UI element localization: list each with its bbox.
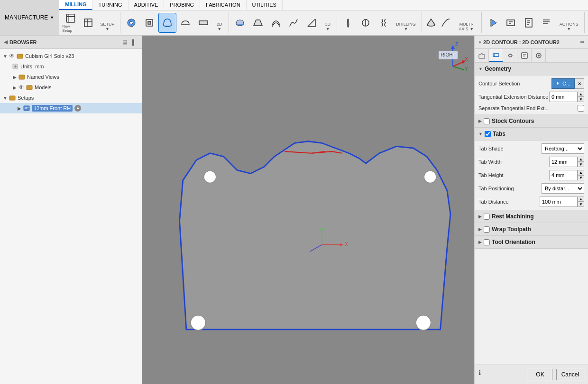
- 2d-adaptive-icon[interactable]: [122, 13, 140, 33]
- svg-point-39: [191, 315, 205, 330]
- tree-item-12mm[interactable]: ▶ 12mm Front RH ●: [0, 103, 142, 113]
- tangential-ext-up[interactable]: ▲: [578, 92, 584, 97]
- simulate-icon[interactable]: [484, 13, 502, 33]
- tab-width-up[interactable]: ▲: [578, 157, 584, 162]
- panel-tab-tool[interactable]: [475, 49, 489, 62]
- separate-tangential-control: [578, 105, 584, 112]
- svg-line-30: [453, 62, 464, 66]
- face-icon[interactable]: [194, 13, 212, 33]
- wrap-toolpath-header[interactable]: ▶ Wrap Toolpath: [475, 223, 588, 236]
- tab-fabrication[interactable]: FABRICATION: [200, 0, 247, 10]
- tree-arrow-12mm[interactable]: ▶: [16, 105, 23, 112]
- manufacture-button[interactable]: MANUFACTURE ▼: [0, 0, 59, 35]
- tab-additive[interactable]: ADDITIVE: [129, 0, 165, 10]
- tangential-ext-input[interactable]: [549, 92, 578, 102]
- separate-tangential-checkbox[interactable]: [578, 105, 584, 112]
- right-panel: ● 2D CONTOUR : 2D CONTOUR2 ⇔: [474, 36, 588, 384]
- tab-distance-down[interactable]: ▼: [578, 202, 584, 207]
- tree-item-units[interactable]: Units: mm: [0, 61, 142, 72]
- tab-positioning-select[interactable]: By distar...: [542, 183, 584, 194]
- tab-height-input[interactable]: [549, 170, 578, 180]
- tabs-section-checkbox[interactable]: [485, 131, 491, 137]
- canvas-area[interactable]: Z X Y RIGHT: [142, 36, 474, 384]
- tab-shape-select[interactable]: Rectang...: [542, 143, 584, 154]
- tab-height-up[interactable]: ▲: [578, 170, 584, 175]
- stock-contours-checkbox[interactable]: [484, 118, 490, 124]
- 2d-contour-icon[interactable]: [158, 13, 176, 33]
- tab-distance-control: ▲ ▼: [540, 197, 584, 207]
- tab-utilities[interactable]: UTILITIES: [247, 0, 283, 10]
- cancel-button[interactable]: Cancel: [556, 369, 584, 380]
- template-icon[interactable]: [80, 13, 97, 33]
- drilling-group: DRILLING ▼: [337, 12, 422, 33]
- svg-rect-25: [9, 96, 15, 100]
- rest-machining-checkbox[interactable]: [484, 214, 490, 220]
- new-setup-icon[interactable]: New Setup: [62, 13, 79, 33]
- tree-eye-models[interactable]: 👁: [18, 84, 25, 91]
- browser-expand-icon[interactable]: ▤: [121, 38, 129, 46]
- contour-clear-button[interactable]: ✕: [575, 78, 584, 89]
- tab-shape-label: Tab Shape: [478, 146, 542, 151]
- tab-probing[interactable]: PROBING: [164, 0, 200, 10]
- tree-arrow-root[interactable]: ▼: [2, 53, 9, 59]
- tree-arrow-setups[interactable]: ▼: [2, 94, 9, 101]
- tree-item-setups[interactable]: ▼ Setups: [0, 93, 142, 103]
- tab-height-down[interactable]: ▼: [578, 175, 584, 180]
- 2d-pocket-icon[interactable]: [140, 13, 158, 33]
- parallel-icon[interactable]: [267, 13, 285, 33]
- contour3d-icon[interactable]: [285, 13, 303, 33]
- 5axis-icon[interactable]: [424, 13, 439, 33]
- tree-arrow-named-views[interactable]: ▶: [11, 74, 18, 80]
- right-panel-expand-icon[interactable]: ⇔: [580, 39, 584, 45]
- tabs-section-header[interactable]: ▼ Tabs: [475, 128, 588, 140]
- tree-eye-root[interactable]: 👁: [9, 53, 15, 59]
- rest-machining-header[interactable]: ▶ Rest Machining: [475, 210, 588, 223]
- setup-group: New Setup SETUP ▼: [60, 12, 120, 33]
- tool-orientation-checkbox[interactable]: [484, 239, 490, 245]
- wrap-toolpath-arrow: ▶: [478, 227, 482, 232]
- thread-icon[interactable]: [375, 13, 392, 33]
- 3d-adaptive-icon[interactable]: [231, 13, 249, 33]
- tabs-arrow: ▼: [478, 131, 483, 136]
- panel-tab-setup[interactable]: [517, 49, 532, 62]
- browser-close-icon[interactable]: ▌: [130, 38, 138, 46]
- setup-sheet-icon[interactable]: [520, 13, 538, 33]
- tab-turning[interactable]: TURNING: [92, 0, 128, 10]
- tree-item-root[interactable]: ▼ 👁 Cubism Girl Solo v23: [0, 51, 142, 61]
- post-icon[interactable]: [502, 13, 520, 33]
- wrap-toolpath-checkbox[interactable]: [484, 226, 490, 233]
- tab-width-input[interactable]: [549, 157, 578, 167]
- manage-group: MANAGE ▼: [585, 12, 588, 33]
- geometry-section-header[interactable]: ▼ Geometry: [475, 63, 588, 75]
- tree-item-models[interactable]: ▶ 👁 Models: [0, 82, 142, 93]
- nc-icon[interactable]: [538, 13, 556, 33]
- ok-button[interactable]: OK: [528, 369, 552, 380]
- ramp-icon[interactable]: [303, 13, 321, 33]
- svg-rect-4: [148, 21, 151, 24]
- info-icon[interactable]: ℹ: [478, 369, 481, 380]
- bore-icon[interactable]: [357, 13, 375, 33]
- contour-select-button[interactable]: C...: [551, 78, 575, 89]
- panel-tab-linking[interactable]: [503, 49, 517, 62]
- toolbar-icons-row: New Setup SETUP ▼: [59, 10, 588, 35]
- tool-orientation-header[interactable]: ▶ Tool Orientation: [475, 236, 588, 249]
- tree-arrow-models[interactable]: ▶: [11, 84, 18, 91]
- drill-icon[interactable]: [339, 13, 357, 33]
- tree-item-named-views[interactable]: ▶ Named Views: [0, 72, 142, 82]
- 3d-pocket-icon[interactable]: [249, 13, 267, 33]
- svg-rect-1: [84, 19, 92, 27]
- tangential-ext-down[interactable]: ▼: [578, 97, 584, 102]
- tab-distance-up[interactable]: ▲: [578, 197, 584, 202]
- stock-contours-section-header[interactable]: ▶ Stock Contours: [475, 115, 588, 128]
- swarf-icon[interactable]: [439, 13, 453, 33]
- tab-width-down[interactable]: ▼: [578, 162, 584, 167]
- panel-tab-options[interactable]: [532, 49, 546, 62]
- panel-tab-passes[interactable]: [489, 49, 503, 62]
- slot-icon[interactable]: [176, 13, 194, 33]
- tree-label-12mm: 12mm Front RH: [32, 105, 73, 112]
- tangential-ext-control: ▲ ▼: [549, 92, 584, 102]
- tab-milling[interactable]: MILLING: [59, 0, 92, 10]
- svg-rect-49: [522, 53, 527, 58]
- tree-folder-icon-setups: [9, 94, 16, 102]
- tab-distance-input[interactable]: [540, 197, 578, 207]
